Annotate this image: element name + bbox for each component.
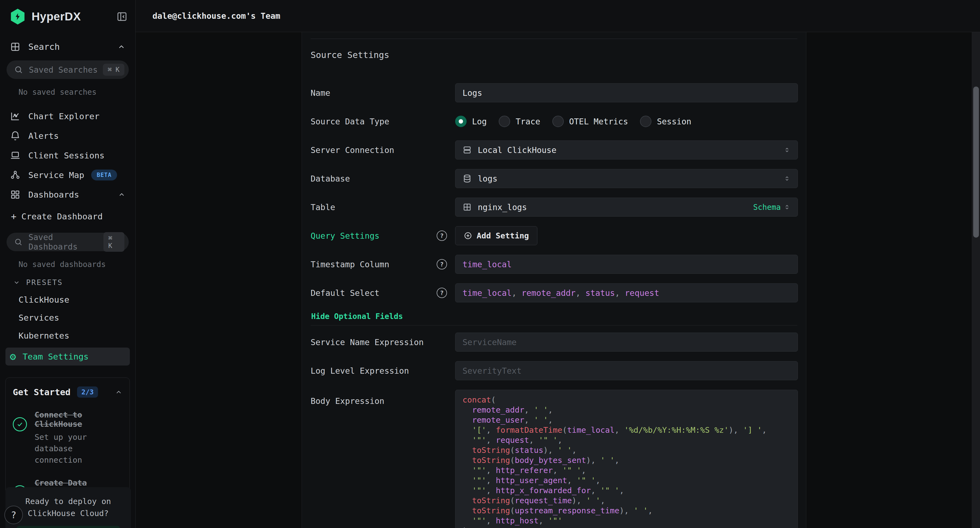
- service-name-expression-row: Service Name Expression ServiceName: [310, 332, 797, 351]
- timestamp-column-value: time_local: [463, 260, 512, 269]
- service-name-expression-input[interactable]: ServiceName: [455, 332, 798, 351]
- table-value: nginx_logs: [478, 202, 527, 212]
- server-connection-value: Local ClickHouse: [478, 145, 557, 155]
- database-value: logs: [478, 174, 497, 183]
- search-icon: [14, 238, 22, 246]
- sidebar-nav: Chart Explorer Alerts Client Sessions Se…: [5, 107, 130, 204]
- table-label: Table: [310, 202, 335, 212]
- chevron-up-icon[interactable]: [117, 43, 126, 51]
- service-name-placeholder: ServiceName: [463, 337, 517, 347]
- preset-item-services[interactable]: Services: [19, 313, 130, 323]
- preset-item-clickhouse[interactable]: ClickHouse: [19, 295, 130, 305]
- radio-otel-metrics[interactable]: OTEL Metrics: [552, 116, 628, 127]
- progress-badge: 2/3: [77, 386, 98, 398]
- source-data-type-label: Source Data Type: [310, 117, 389, 126]
- body-expression-editor[interactable]: concat( remote_addr, ' ', remote_user, '…: [455, 390, 798, 528]
- no-saved-searches-text: No saved searches: [19, 87, 130, 97]
- plus-circle-icon: [464, 231, 472, 240]
- sidebar-item-alerts[interactable]: Alerts: [5, 126, 130, 146]
- server-connection-select[interactable]: Local ClickHouse: [455, 140, 798, 159]
- saved-searches-input[interactable]: Saved Searches ⌘ K: [6, 60, 129, 79]
- app-root: HyperDX Search Saved Searches ⌘ K No sav…: [0, 0, 980, 528]
- name-row: Name Logs: [310, 83, 797, 102]
- table-input[interactable]: nginx_logs Schema: [455, 197, 798, 217]
- check-circle-icon: [13, 417, 27, 431]
- create-dashboard-button[interactable]: + Create Dashboard: [11, 208, 130, 224]
- radio-icon: [499, 116, 510, 127]
- help-circle-icon[interactable]: ?: [437, 231, 447, 241]
- shortcut-badge: ⌘ K: [103, 64, 124, 76]
- server-connection-row: Server Connection Local ClickHouse: [310, 140, 797, 159]
- beta-badge: BETA: [91, 170, 117, 180]
- collapse-sidebar-icon[interactable]: [116, 11, 128, 22]
- section-title: Source Settings: [310, 50, 797, 60]
- database-row: Database logs: [310, 169, 797, 188]
- get-started-step-1[interactable]: Connect to ClickHouse Set up your databa…: [13, 410, 123, 466]
- service-name-expression-label: Service Name Expression: [310, 337, 423, 347]
- no-saved-dashboards-text: No saved dashboards: [19, 260, 130, 269]
- get-started-header[interactable]: Get Started 2/3: [13, 386, 123, 398]
- timestamp-column-input[interactable]: time_local: [455, 255, 798, 274]
- selector-chevrons-icon: [783, 175, 791, 182]
- name-input[interactable]: Logs: [455, 83, 798, 102]
- saved-dashboards-input[interactable]: Saved Dashboards ⌘ K: [6, 233, 129, 251]
- code-line: '"', http_host, '"': [463, 516, 791, 526]
- default-select-value: time_local, remote_addr, status, request: [463, 288, 659, 298]
- database-select[interactable]: logs: [455, 169, 798, 188]
- saved-dashboards-placeholder: Saved Dashboards: [28, 232, 103, 251]
- sidebar-item-service-map[interactable]: Service Map BETA: [5, 165, 130, 185]
- settings-column: Source Settings Name Logs Source Data Ty…: [302, 32, 806, 528]
- table-row: Table nginx_logs Schema: [310, 197, 797, 217]
- source-data-type-group: Log Trace OTEL Metrics: [455, 112, 798, 131]
- code-line: concat(: [463, 395, 791, 405]
- gear-icon: ⚙: [10, 351, 16, 362]
- add-setting-button[interactable]: Add Setting: [455, 226, 538, 245]
- code-line: toString(body_bytes_sent), ' ',: [463, 455, 791, 465]
- get-started-free-button[interactable]: Get Started for Free: [17, 526, 120, 528]
- preset-item-kubernetes[interactable]: Kubernetes: [19, 331, 130, 340]
- content-area: Source Settings Name Logs Source Data Ty…: [135, 32, 980, 528]
- radio-icon: [640, 116, 651, 127]
- scrollbar-thumb[interactable]: [973, 87, 979, 238]
- sidebar-section-search[interactable]: Search: [5, 41, 130, 52]
- scrollbar-track[interactable]: [972, 32, 980, 528]
- log-level-expression-row: Log Level Expression SeverityText: [310, 361, 797, 380]
- radio-session[interactable]: Session: [640, 116, 691, 127]
- radio-trace[interactable]: Trace: [499, 116, 540, 127]
- query-settings-row: Query Settings ? Add Setting: [310, 226, 797, 245]
- chevron-down-icon: [13, 279, 20, 286]
- default-select-input[interactable]: time_local, remote_addr, status, request: [455, 283, 798, 302]
- sidebar-item-client-sessions[interactable]: Client Sessions: [5, 146, 130, 165]
- search-icon: [14, 65, 23, 74]
- body-expression-row: Body Expression concat( remote_addr, ' '…: [310, 390, 797, 528]
- log-level-expression-input[interactable]: SeverityText: [455, 361, 798, 380]
- sidebar-item-chart-explorer[interactable]: Chart Explorer: [5, 107, 130, 126]
- code-line: remote_user, ' ',: [463, 415, 791, 425]
- chevron-up-icon[interactable]: [115, 388, 123, 396]
- presets-toggle[interactable]: PRESETS: [13, 278, 130, 286]
- chevron-up-icon[interactable]: [118, 191, 126, 199]
- radio-log[interactable]: Log: [455, 116, 487, 127]
- code-line: ): [463, 526, 791, 528]
- bell-icon: [10, 130, 21, 141]
- database-icon: [463, 174, 472, 183]
- dashboard-grid-icon: [10, 189, 21, 200]
- code-line: '[', formatDateTime(time_local, '%d/%b/%…: [463, 425, 791, 435]
- promo-text: Ready to deploy on ClickHouse Cloud?: [11, 495, 126, 519]
- log-level-expression-label: Log Level Expression: [310, 366, 409, 375]
- clickhouse-cloud-promo: Ready to deploy on ClickHouse Cloud? Get…: [5, 487, 131, 528]
- sidebar-item-dashboards[interactable]: Dashboards: [5, 185, 130, 204]
- divider: [310, 325, 797, 326]
- topbar: dale@clickhouse.com's Team: [135, 0, 980, 32]
- sidebar-item-team-settings[interactable]: ⚙ Team Settings: [5, 348, 130, 366]
- schema-link[interactable]: Schema: [753, 203, 791, 212]
- source-settings-card: Source Settings Name Logs Source Data Ty…: [310, 39, 797, 528]
- table-icon: [463, 202, 472, 212]
- hide-optional-fields-link[interactable]: Hide Optional Fields: [311, 312, 797, 321]
- radio-selected-icon: [455, 116, 466, 127]
- help-circle-icon[interactable]: ?: [437, 259, 447, 269]
- help-circle-icon[interactable]: ?: [437, 288, 447, 298]
- default-select-label: Default Select: [310, 288, 379, 298]
- help-button[interactable]: ?: [4, 506, 23, 524]
- sidebar-header: HyperDX: [5, 8, 130, 24]
